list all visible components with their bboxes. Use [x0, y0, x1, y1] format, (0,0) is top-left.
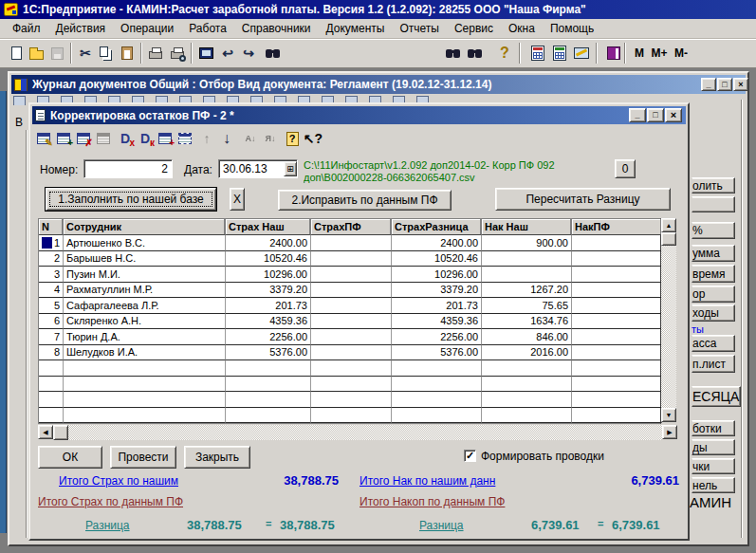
- grid-cell[interactable]: 2400.00: [392, 235, 482, 251]
- close-button[interactable]: Закрыть: [184, 446, 250, 469]
- memory-m-button[interactable]: M: [629, 43, 650, 64]
- grid-cell[interactable]: [572, 392, 662, 408]
- find-next-button[interactable]: [442, 43, 463, 64]
- grid-cell[interactable]: [311, 345, 392, 361]
- grid-cell[interactable]: 10296.00: [226, 267, 311, 283]
- table-row[interactable]: 4Рахматуллин М.Р.3379.203379.201267.20: [39, 283, 660, 299]
- journal-maximize-button[interactable]: □: [717, 78, 732, 91]
- table-row[interactable]: [39, 360, 660, 377]
- grid-cell[interactable]: [392, 377, 482, 393]
- cut-button[interactable]: ✂: [75, 43, 96, 64]
- print-button[interactable]: [145, 43, 166, 64]
- dialog-close-button[interactable]: ×: [665, 108, 682, 122]
- grid-cell[interactable]: [392, 392, 482, 408]
- menu-item-3[interactable]: Операции: [114, 20, 180, 37]
- grid-cell[interactable]: 1: [39, 235, 64, 251]
- grid-cell[interactable]: [572, 314, 662, 330]
- side-panel-button-fragment[interactable]: олить: [691, 177, 735, 194]
- grid-cell[interactable]: [311, 377, 392, 393]
- menu-item-5[interactable]: Справочники: [235, 20, 318, 37]
- grid-cell[interactable]: [572, 377, 662, 393]
- grid-cell[interactable]: [482, 251, 572, 267]
- clear-value-button[interactable]: Dx: [116, 129, 135, 148]
- grid-cell[interactable]: [311, 408, 392, 424]
- open-button[interactable]: [26, 43, 46, 64]
- side-panel-button-fragment[interactable]: чки: [691, 458, 735, 474]
- grid-cell[interactable]: [392, 408, 482, 424]
- grid-cell[interactable]: [39, 392, 64, 408]
- side-panel-button-fragment[interactable]: %: [691, 222, 735, 239]
- grid-cell[interactable]: [311, 235, 392, 251]
- undo-button[interactable]: ↩: [217, 43, 238, 64]
- grid-cell[interactable]: [39, 360, 64, 377]
- calculator-button[interactable]: [527, 43, 548, 64]
- grid-cell[interactable]: [572, 360, 662, 377]
- new-row-button[interactable]: ✎: [34, 129, 53, 148]
- delete-row-button[interactable]: ✗: [74, 129, 93, 148]
- grid-vertical-scrollbar[interactable]: ▲ ▼: [661, 218, 676, 422]
- table-editor-button[interactable]: [571, 43, 592, 64]
- menu-item-1[interactable]: Файл: [6, 20, 47, 37]
- grid-cell[interactable]: [226, 377, 311, 393]
- grid-cell[interactable]: 1267.20: [482, 283, 572, 299]
- grid-header-cell[interactable]: СтрахРазница: [392, 219, 482, 235]
- grid-header-cell[interactable]: Нак Наш: [482, 219, 572, 235]
- menu-item-9[interactable]: Окна: [502, 20, 542, 37]
- scroll-right-button[interactable]: ▶: [662, 425, 677, 439]
- scroll-down-button[interactable]: ▼: [661, 408, 676, 422]
- grid-cell[interactable]: [311, 360, 392, 377]
- table-row[interactable]: [39, 408, 660, 424]
- grid-cell[interactable]: 10520.46: [226, 251, 311, 267]
- side-panel-button-fragment[interactable]: ды: [691, 439, 735, 455]
- total-strah-our-link[interactable]: Итого Страх по нашим: [59, 474, 178, 488]
- vertical-scroll-track[interactable]: [661, 246, 676, 408]
- context-help-button[interactable]: ↖?: [304, 129, 323, 148]
- grid-header-cell[interactable]: Сотрудник: [64, 219, 226, 235]
- grid-cell[interactable]: [226, 408, 311, 424]
- fill-from-base-button[interactable]: 1.Заполнить по нашей базе: [46, 188, 216, 211]
- horizontal-scroll-track[interactable]: [68, 425, 662, 440]
- grid-cell[interactable]: 201.73: [392, 298, 482, 314]
- grid-cell[interactable]: [482, 408, 572, 424]
- grid-header-cell[interactable]: СтрахПФ: [311, 219, 392, 235]
- dialog-minimize-button[interactable]: _: [629, 108, 646, 122]
- grid-cell[interactable]: 3: [39, 267, 64, 283]
- paste-button[interactable]: [117, 43, 138, 64]
- table-row[interactable]: 7Тюрин Д.А.2256.002256.00846.00: [39, 329, 660, 345]
- grid-cell[interactable]: 5376.00: [392, 345, 482, 361]
- side-panel-button-fragment[interactable]: умма: [691, 245, 735, 262]
- grid-cell[interactable]: [311, 298, 392, 314]
- table-row[interactable]: 6Скляренко А.Н.4359.364359.361634.76: [39, 314, 660, 330]
- help-button[interactable]: ?: [494, 43, 515, 64]
- grid-cell[interactable]: [311, 392, 392, 408]
- calendar-button[interactable]: ⊞: [284, 161, 297, 176]
- table-row[interactable]: 5Сафаргалеева Л.Р.201.73201.7375.65: [39, 298, 660, 314]
- grid-cell[interactable]: 201.73: [226, 298, 311, 314]
- table-row[interactable]: [39, 392, 660, 408]
- menu-item-2[interactable]: Действия: [49, 20, 113, 37]
- post-button[interactable]: Провести: [110, 446, 176, 469]
- grid-cell[interactable]: 6: [39, 314, 64, 330]
- grid-cell[interactable]: Рахматуллин М.Р.: [64, 283, 226, 299]
- grid-cell[interactable]: [226, 360, 311, 377]
- menu-item-4[interactable]: Работа: [182, 20, 233, 37]
- grid-cell[interactable]: [572, 329, 662, 345]
- grid-cell[interactable]: Тюрин Д.А.: [64, 329, 226, 345]
- journal-minimize-button[interactable]: _: [701, 78, 716, 91]
- grid-cell[interactable]: [392, 360, 482, 377]
- journal-close-button[interactable]: ×: [733, 78, 748, 91]
- grid-cell[interactable]: 8: [39, 345, 64, 361]
- grid-header-cell[interactable]: N: [39, 219, 64, 235]
- total-nak-our-link[interactable]: Итого Нак по нашим данн: [360, 474, 495, 488]
- move-row-button[interactable]: [175, 129, 194, 148]
- fix-from-pf-button[interactable]: 2.Исправить по данным ПФ: [278, 190, 452, 211]
- insert-special-button[interactable]: +: [156, 129, 175, 148]
- grid-cell[interactable]: [572, 251, 662, 267]
- grid-cell[interactable]: 2: [39, 251, 64, 267]
- print-preview-button[interactable]: [167, 43, 188, 64]
- grid-cell[interactable]: [311, 314, 392, 330]
- grid-cell[interactable]: 2256.00: [392, 329, 482, 345]
- side-panel-button-fragment[interactable]: асса: [691, 335, 735, 352]
- description-button[interactable]: [603, 43, 624, 64]
- grid-cell[interactable]: 2016.00: [482, 345, 572, 361]
